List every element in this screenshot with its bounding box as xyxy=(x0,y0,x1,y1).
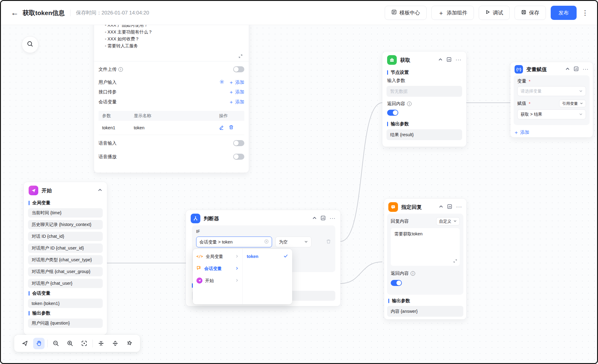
operator-select[interactable]: 为空 xyxy=(275,237,312,247)
col-display: 显示名称 xyxy=(134,113,219,119)
fetch-node[interactable]: 获取 ··· 节点设置 输入参数 暂无数据 返回内容i 输出参数 结果 {res… xyxy=(382,52,466,147)
assign-node-icon: {=} xyxy=(515,65,523,74)
dialog-config-node[interactable]: - XXX 产品如何使用？ - XXX 主要功能有什么？ - XXX 如何收费？… xyxy=(94,25,249,173)
return-content-toggle[interactable] xyxy=(387,110,398,116)
node-more-icon[interactable]: ··· xyxy=(583,66,589,72)
add-assignment-link[interactable]: ＋添加 xyxy=(514,129,529,136)
app-window: ← 获取token信息 保存时间：2026-01-07 14:04:20 模板中… xyxy=(0,0,598,364)
delete-icon[interactable] xyxy=(229,125,234,131)
dropdown-value-token[interactable]: token xyxy=(243,250,292,262)
dropdown-item-start[interactable]: 开始 xyxy=(193,275,242,287)
node-more-icon[interactable]: ··· xyxy=(456,57,462,63)
chevron-down-icon xyxy=(453,219,457,224)
variable-picker-dropdown: </> 全局变量 会话变量 开始 xyxy=(193,249,292,304)
collapse-icon[interactable] xyxy=(312,216,317,221)
prompt-line-clipped: - XXX 产品如何使用？ xyxy=(105,25,242,29)
empty-data-placeholder: 暂无数据 xyxy=(387,86,462,97)
clear-icon[interactable] xyxy=(264,239,269,245)
global-var-item: 对话 ID {chat_id} xyxy=(28,232,103,241)
gear-icon[interactable] xyxy=(219,79,224,86)
plus-icon: ＋ xyxy=(229,79,234,86)
section-outputs: 输出参数 xyxy=(387,121,462,127)
collapse-icon[interactable] xyxy=(438,57,443,63)
edit-icon[interactable] xyxy=(219,125,224,131)
node-title: 开始 xyxy=(42,187,95,194)
template-center-button[interactable]: 模板中心 xyxy=(385,6,427,20)
return-content-label: 返回内容 xyxy=(391,271,409,276)
collapse-icon[interactable] xyxy=(439,204,443,210)
voice-input-row: 语音输入 xyxy=(99,139,244,148)
dropdown-item-global-vars[interactable]: </> 全局变量 xyxy=(193,250,242,262)
assign-node[interactable]: {=} 变量赋值 ··· 变量* 请选择变量 赋值* 引用变量 xyxy=(510,62,593,137)
api-param-row: 接口传参 ＋添加 xyxy=(99,87,244,96)
section-node-settings: 节点设置 xyxy=(387,70,462,75)
fit-view-tool[interactable] xyxy=(78,338,90,349)
return-content-toggle[interactable] xyxy=(391,280,402,286)
chat-var-icon xyxy=(196,265,202,271)
chevron-down-icon xyxy=(580,101,583,106)
required-asterisk: * xyxy=(529,79,531,84)
condition-value-input[interactable]: 会话变量 > token xyxy=(196,237,272,247)
expand-all-tool[interactable] xyxy=(109,338,121,349)
chevron-down-icon xyxy=(579,112,583,117)
search-icon xyxy=(27,40,34,49)
reply-mode-select[interactable]: 自定义 xyxy=(436,217,460,225)
reply-textarea[interactable]: 需要获取token xyxy=(391,228,460,266)
voice-input-toggle[interactable] xyxy=(233,140,244,146)
file-upload-label: 文件上传 xyxy=(99,67,117,72)
prompt-text[interactable]: - XXX 产品如何使用？ - XXX 主要功能有什么？ - XXX 如何收费？… xyxy=(105,25,242,49)
add-user-input-link[interactable]: ＋添加 xyxy=(229,79,244,86)
chevron-right-icon xyxy=(235,254,239,259)
add-api-param-link[interactable]: ＋添加 xyxy=(229,89,244,96)
zoom-out-tool[interactable] xyxy=(50,338,62,349)
save-button[interactable]: 保存 xyxy=(515,6,546,20)
expand-icon[interactable] xyxy=(238,54,243,60)
node-more-icon[interactable]: ··· xyxy=(456,204,462,210)
more-menu-icon[interactable]: ⋮ xyxy=(581,10,589,16)
condition-node[interactable]: 判断器 ··· IF 会话变量 > token 为空 xyxy=(186,210,340,306)
expand-icon[interactable] xyxy=(453,259,457,264)
collapse-all-tool[interactable] xyxy=(95,338,107,349)
canvas-search-button[interactable] xyxy=(22,36,39,53)
value-mode-select[interactable]: 引用变量 xyxy=(559,100,586,107)
add-component-button[interactable]: ＋ 添加组件 xyxy=(431,6,474,20)
logs-icon[interactable] xyxy=(447,204,452,210)
node-more-icon[interactable]: ··· xyxy=(330,215,336,221)
logs-icon[interactable] xyxy=(574,66,579,73)
voice-input-label: 语音输入 xyxy=(99,140,117,146)
global-var-item: 历史聊天记录 {history_context} xyxy=(28,220,103,229)
canvas-toolbar xyxy=(14,335,140,352)
back-icon[interactable]: ← xyxy=(9,8,20,18)
delete-condition-icon[interactable] xyxy=(326,239,331,245)
condition-node-icon xyxy=(191,214,200,223)
beautify-tool[interactable] xyxy=(124,338,135,349)
hand-tool[interactable] xyxy=(33,338,45,349)
logs-icon[interactable] xyxy=(446,57,452,63)
flow-canvas[interactable]: - XXX 产品如何使用？ - XXX 主要功能有什么？ - XXX 如何收费？… xyxy=(1,25,597,363)
voice-play-toggle[interactable] xyxy=(233,154,244,160)
logs-icon[interactable] xyxy=(321,215,326,222)
prompt-line: - 需要转人工服务 xyxy=(105,42,242,49)
debug-button[interactable]: 调试 xyxy=(479,6,510,20)
reply-node[interactable]: 指定回复 ··· 回复内容 自定义 需要获取token xyxy=(384,199,466,319)
node-title: 指定回复 xyxy=(401,204,436,211)
check-icon xyxy=(283,254,288,259)
dropdown-item-session-vars[interactable]: 会话变量 xyxy=(193,262,242,275)
publish-button[interactable]: 发布 xyxy=(551,6,577,20)
add-session-var-link[interactable]: ＋添加 xyxy=(229,99,244,105)
collapse-icon[interactable] xyxy=(98,188,102,193)
plus-icon: ＋ xyxy=(229,89,234,96)
variable-select[interactable]: 请选择变量 xyxy=(517,86,586,96)
value-ref-select[interactable]: 获取 > 结果 xyxy=(517,109,586,119)
template-icon xyxy=(391,9,397,16)
global-var-item: 对话用户组 {chat_user_group} xyxy=(28,267,103,276)
file-upload-toggle[interactable] xyxy=(233,66,244,72)
session-var-item: token {token1} xyxy=(28,299,103,308)
start-node[interactable]: 开始 全局变量 当前时间 {time} 历史聊天记录 {history_cont… xyxy=(24,182,107,335)
pointer-tool[interactable] xyxy=(19,338,31,349)
section-outputs: 输出参数 xyxy=(388,298,410,304)
output-item: 内容 {answer} xyxy=(387,306,463,317)
zoom-in-tool[interactable] xyxy=(64,338,76,349)
info-icon: i xyxy=(407,102,412,106)
collapse-icon[interactable] xyxy=(565,67,570,72)
